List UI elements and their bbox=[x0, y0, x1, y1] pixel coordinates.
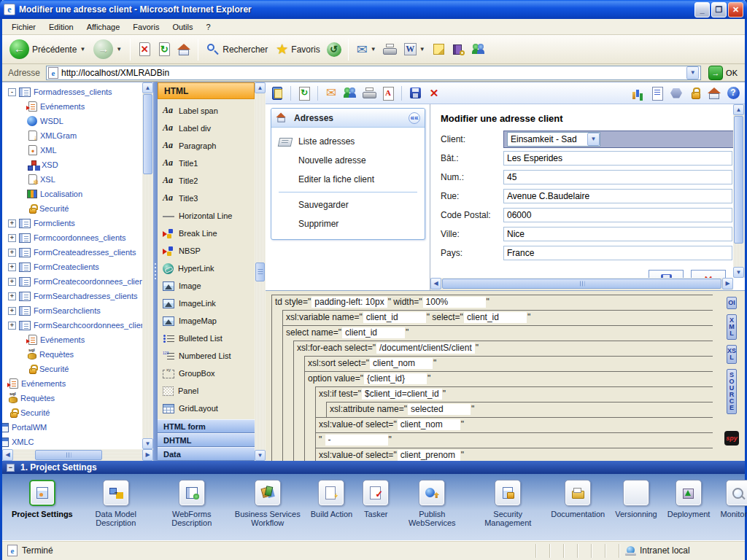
word-dropdown-icon[interactable]: ▼ bbox=[419, 46, 425, 52]
toolbox-item[interactable]: Horizontal Line bbox=[158, 207, 255, 225]
toolbox-item[interactable]: Numbered List bbox=[158, 347, 255, 365]
toolbox-item[interactable]: Title2 bbox=[158, 172, 255, 190]
tree-expander[interactable]: + bbox=[8, 234, 16, 242]
project-step[interactable]: Data Model Description bbox=[78, 480, 154, 527]
tree-item[interactable]: XSL bbox=[2, 172, 142, 187]
search-button[interactable]: Rechercher bbox=[204, 42, 271, 58]
project-step[interactable]: Publish WebServices bbox=[394, 480, 470, 527]
favorites-button[interactable]: ★ Favoris bbox=[273, 41, 322, 58]
go-button[interactable]: → OK bbox=[704, 66, 742, 80]
edit-word-button[interactable]: W▼ bbox=[401, 42, 428, 57]
project-step-tile[interactable] bbox=[179, 480, 205, 506]
tree-expander[interactable]: + bbox=[8, 307, 16, 315]
minimize-button[interactable]: _ bbox=[694, 2, 710, 18]
client-select-band[interactable]: Einsamkeit - Sad ▼ bbox=[503, 131, 737, 148]
scroll-up-icon[interactable]: ▲ bbox=[255, 82, 266, 93]
send-mail-icon[interactable] bbox=[324, 86, 338, 101]
field-input[interactable] bbox=[503, 227, 732, 241]
code-node[interactable]: xsl:if test="$client_id=client_id"xsl:at… bbox=[315, 386, 713, 418]
code-field-input[interactable]: client_id bbox=[464, 312, 527, 323]
toolbox-category[interactable]: HTML form bbox=[158, 419, 255, 433]
scroll-down-icon[interactable]: ▼ bbox=[255, 450, 266, 461]
tree-expander[interactable]: - bbox=[8, 88, 16, 96]
toolbox-item[interactable]: ImageLink bbox=[158, 295, 255, 312]
tree-item[interactable]: Localisation bbox=[2, 187, 142, 201]
code-field-input[interactable]: - bbox=[325, 435, 388, 446]
project-band-header[interactable]: − 1. Project Settings bbox=[2, 461, 745, 474]
scroll-left-icon[interactable]: ◀ bbox=[430, 278, 441, 289]
tree-item[interactable]: Evénements bbox=[2, 99, 142, 114]
form-scroll-thumb[interactable] bbox=[734, 116, 743, 244]
scroll-right-icon[interactable]: ▶ bbox=[142, 449, 153, 461]
delete-document-icon[interactable]: ✕ bbox=[427, 86, 441, 101]
collapse-minus-icon[interactable]: − bbox=[7, 464, 15, 472]
code-line[interactable]: xsl:variable name="client_id" select="cl… bbox=[283, 311, 713, 325]
select-dropdown-icon[interactable]: ▼ bbox=[587, 133, 600, 146]
project-step-tile[interactable] bbox=[726, 480, 747, 506]
code-line[interactable]: td style="padding-left: 10px" width="100… bbox=[272, 295, 713, 310]
code-field-input[interactable]: $client_id=client_id bbox=[362, 389, 442, 400]
tree-item[interactable]: Evénements bbox=[2, 332, 142, 347]
project-step-tile[interactable] bbox=[29, 480, 55, 506]
palette-item[interactable]: Supprimer bbox=[271, 214, 425, 233]
tree-item[interactable]: + FormCreatecoordonnees_clients bbox=[2, 274, 142, 289]
toolbox-category-html[interactable]: HTML bbox=[158, 82, 255, 99]
code-line[interactable]: xsl:if test="$client_id=client_id" bbox=[316, 387, 713, 402]
tree-item[interactable]: - Formadresses_clients bbox=[2, 85, 142, 99]
print-document-icon[interactable] bbox=[362, 86, 376, 101]
code-node[interactable]: xsl:value-of select="client_prenom" bbox=[315, 448, 713, 461]
scroll-up-icon[interactable]: ▲ bbox=[142, 82, 153, 93]
toolbox-item[interactable]: GroupBox bbox=[158, 365, 255, 382]
project-step[interactable]: Monitoring bbox=[715, 480, 747, 518]
form-vertical-scrollbar[interactable]: ▲ ▼ bbox=[733, 104, 745, 278]
toolbox-item[interactable]: HyperLink bbox=[158, 260, 255, 277]
project-step[interactable]: Project Settings bbox=[7, 480, 78, 518]
field-input[interactable] bbox=[503, 170, 732, 184]
code-field-input[interactable]: client_id bbox=[342, 327, 405, 338]
toolbox-item[interactable]: Label span bbox=[158, 102, 255, 120]
tree-item[interactable]: WSDL bbox=[2, 114, 142, 128]
code-field-input[interactable]: 100% bbox=[423, 297, 486, 308]
toolbox-item[interactable]: Bulleted List bbox=[158, 330, 255, 347]
form-horizontal-scrollbar[interactable]: ◀ ▶ bbox=[430, 278, 733, 290]
messenger-contacts-icon[interactable] bbox=[343, 86, 357, 101]
close-button[interactable]: ✕ bbox=[728, 2, 743, 18]
palette-item[interactable]: Liste adresses bbox=[271, 132, 425, 151]
toolbox-category[interactable]: DHTML bbox=[158, 433, 255, 447]
project-step[interactable]: Deployment bbox=[662, 480, 716, 518]
tree-item[interactable]: Securité bbox=[2, 201, 142, 216]
code-node[interactable]: " -" bbox=[315, 432, 713, 448]
code-field-input[interactable]: selected bbox=[408, 404, 471, 415]
project-step[interactable]: Tasker bbox=[357, 480, 394, 518]
tree-item[interactable]: Requètes bbox=[2, 391, 142, 405]
menu-item[interactable]: Fichier bbox=[5, 20, 42, 34]
print-button[interactable] bbox=[382, 41, 399, 58]
menu-item[interactable]: Favoris bbox=[126, 20, 166, 34]
toolbox-item[interactable]: Title1 bbox=[158, 155, 255, 172]
address-value[interactable]: http://localhost/XMLRADBin bbox=[61, 68, 684, 78]
code-line[interactable]: xsl:for-each select="/document/clientS/c… bbox=[294, 341, 713, 356]
code-view-tab[interactable]: XSL bbox=[727, 345, 737, 364]
toolbox-item[interactable]: Break Line bbox=[158, 225, 255, 242]
code-node[interactable]: xsl:sort select="client_nom" bbox=[304, 356, 713, 372]
tree-item[interactable]: Requètes bbox=[2, 347, 142, 362]
home-button[interactable] bbox=[175, 41, 193, 58]
code-line[interactable]: xsl:value-of select="client_prenom" bbox=[316, 448, 713, 461]
tree-expander[interactable]: + bbox=[8, 249, 16, 257]
field-input[interactable] bbox=[503, 208, 732, 222]
toolbox-scroll-thumb[interactable] bbox=[255, 262, 265, 281]
notes-button[interactable] bbox=[430, 41, 448, 58]
project-step-tile[interactable] bbox=[103, 480, 129, 506]
address-field[interactable]: e http://localhost/XMLRADBin ▼ bbox=[46, 66, 701, 80]
tree-item[interactable]: XSD bbox=[2, 158, 142, 172]
project-step-tile[interactable] bbox=[419, 480, 445, 506]
stop-button[interactable]: ✕ bbox=[136, 41, 153, 58]
tree-expander[interactable]: + bbox=[8, 278, 16, 286]
code-field-input[interactable]: /document/clientS/client bbox=[376, 343, 475, 354]
client-select[interactable]: Einsamkeit - Sad ▼ bbox=[507, 132, 600, 147]
project-step[interactable]: WebForms Description bbox=[154, 480, 230, 527]
save-document-icon[interactable] bbox=[408, 86, 422, 101]
report-icon[interactable] bbox=[650, 86, 665, 101]
menu-item[interactable]: Outils bbox=[166, 20, 199, 34]
toolbox-category[interactable]: Data bbox=[158, 447, 255, 461]
